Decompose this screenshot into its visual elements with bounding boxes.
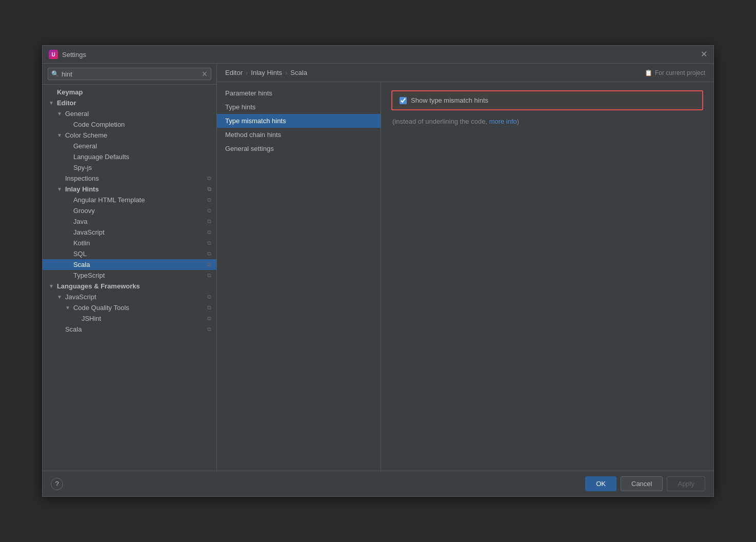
help-button[interactable]: ? [51, 478, 63, 490]
sidebar-item-jshint[interactable]: ▼JSHint⧉ [43, 313, 216, 324]
search-clear-icon[interactable]: ✕ [202, 70, 208, 78]
sidebar-item-label-cs-general: General [73, 142, 97, 150]
sidebar-item-label-spy-js: Spy-js [73, 164, 92, 171]
copy-icon-code-quality-tools: ⧉ [207, 304, 211, 311]
sidebar-item-cs-general[interactable]: ▼General [43, 141, 216, 151]
show-type-mismatch-checkbox[interactable] [400, 97, 407, 104]
sidebar-item-groovy[interactable]: ▼Groovy⧉ [43, 205, 216, 216]
breadcrumb-inlay-hints: Inlay Hints [251, 69, 282, 76]
copy-icon-angular-html: ⧉ [207, 197, 211, 203]
copy-icon-sql: ⧉ [207, 250, 211, 257]
sidebar-item-languages-frameworks[interactable]: ▼Languages & Frameworks [43, 281, 216, 292]
hint-list-item-method-chain-hints[interactable]: Method chain hints [217, 128, 381, 142]
copy-icon-inlay-hints: ⧉ [207, 186, 211, 192]
sidebar: 🔍 ✕ ▼Keymap▼Editor▼General▼Code Completi… [43, 64, 217, 471]
sidebar-item-label-keymap: Keymap [57, 88, 83, 96]
hint-list-item-parameter-hints[interactable]: Parameter hints [217, 86, 381, 100]
desc-prefix: (instead of underlining the code, [392, 118, 489, 125]
dialog-body: 🔍 ✕ ▼Keymap▼Editor▼General▼Code Completi… [43, 64, 713, 471]
search-icon: 🔍 [51, 70, 59, 78]
sidebar-item-inlay-hints[interactable]: ▼Inlay Hints⧉ [43, 184, 216, 195]
sidebar-item-editor[interactable]: ▼Editor [43, 98, 216, 108]
sidebar-item-scala-lf[interactable]: ▼Scala⧉ [43, 324, 216, 335]
sidebar-item-kotlin[interactable]: ▼Kotlin⧉ [43, 238, 216, 248]
close-button[interactable]: ✕ [701, 50, 707, 59]
tree-arrow-inlay-hints: ▼ [57, 186, 62, 192]
sidebar-item-label-language-defaults: Language Defaults [73, 153, 129, 161]
sidebar-item-label-typescript: TypeScript [73, 272, 105, 279]
tree-arrow-code-quality-tools: ▼ [65, 305, 70, 311]
sidebar-item-label-general: General [65, 110, 89, 118]
sidebar-item-js-framework[interactable]: ▼JavaScript⧉ [43, 292, 216, 302]
search-input[interactable] [62, 70, 199, 78]
title-bar-left: U Settings [49, 50, 86, 59]
sidebar-item-typescript[interactable]: ▼TypeScript⧉ [43, 270, 216, 281]
hint-settings-panel: Show type mismatch hints (instead of und… [381, 82, 713, 471]
sidebar-item-color-scheme[interactable]: ▼Color Scheme [43, 130, 216, 141]
tree-arrow-languages-frameworks: ▼ [49, 283, 54, 289]
sidebar-item-scala[interactable]: ▼Scala⧉ [43, 259, 216, 270]
main-content: Editor › Inlay Hints › Scala 📋 For curre… [217, 64, 713, 471]
copy-icon-scala-lf: ⧉ [207, 326, 211, 333]
cancel-button[interactable]: Cancel [621, 476, 663, 491]
project-info: 📋 For current project [645, 69, 705, 76]
search-input-wrapper: 🔍 ✕ [48, 68, 211, 80]
sidebar-item-label-code-completion: Code Completion [73, 121, 125, 128]
sidebar-item-label-jshint: JSHint [82, 315, 101, 322]
tree-arrow-general: ▼ [57, 111, 62, 117]
sidebar-item-code-completion[interactable]: ▼Code Completion [43, 119, 216, 130]
sidebar-item-sql[interactable]: ▼SQL⧉ [43, 248, 216, 259]
copy-icon-inspections: ⧉ [207, 175, 211, 182]
sidebar-item-label-js-framework: JavaScript [65, 293, 96, 301]
content-area: Parameter hintsType hintsType mismatch h… [217, 82, 713, 471]
app-icon: U [49, 50, 58, 59]
copy-icon-scala: ⧉ [207, 261, 211, 268]
copy-icon-typescript: ⧉ [207, 272, 211, 279]
sidebar-item-keymap[interactable]: ▼Keymap [43, 87, 216, 98]
sidebar-item-inspections[interactable]: ▼Inspections⧉ [43, 173, 216, 184]
search-box: 🔍 ✕ [43, 64, 216, 85]
sidebar-item-javascript[interactable]: ▼JavaScript⧉ [43, 227, 216, 238]
copy-icon-kotlin: ⧉ [207, 240, 211, 246]
show-mismatch-hints-row: Show type mismatch hints [391, 90, 703, 110]
sidebar-item-label-inspections: Inspections [65, 175, 99, 182]
project-label: For current project [655, 69, 705, 76]
dialog-title: Settings [62, 51, 86, 59]
copy-icon-groovy: ⧉ [207, 207, 211, 214]
breadcrumb-scala: Scala [290, 69, 307, 76]
hint-list-item-general-settings[interactable]: General settings [217, 142, 381, 156]
copy-icon-js-framework: ⧉ [207, 294, 211, 300]
tree-arrow-js-framework: ▼ [57, 294, 62, 300]
show-type-mismatch-label: Show type mismatch hints [411, 96, 488, 104]
copy-icon-javascript: ⧉ [207, 229, 211, 236]
hint-description: (instead of underlining the code, more i… [391, 118, 703, 125]
copy-icon-jshint: ⧉ [207, 315, 211, 322]
sidebar-item-label-scala: Scala [73, 261, 90, 268]
sidebar-item-label-java: Java [73, 218, 87, 225]
ok-button[interactable]: OK [585, 476, 616, 491]
breadcrumb-sep2: › [285, 69, 287, 76]
sidebar-item-label-languages-frameworks: Languages & Frameworks [57, 282, 140, 290]
desc-suffix: ) [517, 118, 519, 125]
sidebar-item-spy-js[interactable]: ▼Spy-js [43, 162, 216, 173]
sidebar-item-label-groovy: Groovy [73, 207, 95, 215]
sidebar-item-label-javascript: JavaScript [73, 228, 105, 236]
sidebar-item-language-defaults[interactable]: ▼Language Defaults [43, 151, 216, 162]
project-icon: 📋 [645, 69, 652, 76]
sidebar-item-code-quality-tools[interactable]: ▼Code Quality Tools⧉ [43, 302, 216, 313]
sidebar-item-angular-html[interactable]: ▼Angular HTML Template⧉ [43, 195, 216, 205]
apply-button[interactable]: Apply [667, 476, 705, 491]
tree-arrow-editor: ▼ [49, 100, 54, 106]
hint-list-item-type-hints[interactable]: Type hints [217, 100, 381, 114]
more-info-link[interactable]: more info [489, 118, 517, 125]
sidebar-item-label-editor: Editor [57, 99, 76, 107]
sidebar-item-label-sql: SQL [73, 250, 87, 258]
sidebar-item-label-angular-html: Angular HTML Template [73, 196, 145, 204]
footer-buttons: OK Cancel Apply [585, 476, 705, 491]
breadcrumb-editor: Editor [225, 69, 243, 76]
sidebar-item-label-kotlin: Kotlin [73, 239, 90, 247]
sidebar-item-java[interactable]: ▼Java⧉ [43, 216, 216, 227]
hint-list-item-type-mismatch-hints[interactable]: Type mismatch hints [217, 114, 381, 128]
sidebar-item-label-color-scheme: Color Scheme [65, 131, 107, 139]
sidebar-item-general[interactable]: ▼General [43, 108, 216, 119]
